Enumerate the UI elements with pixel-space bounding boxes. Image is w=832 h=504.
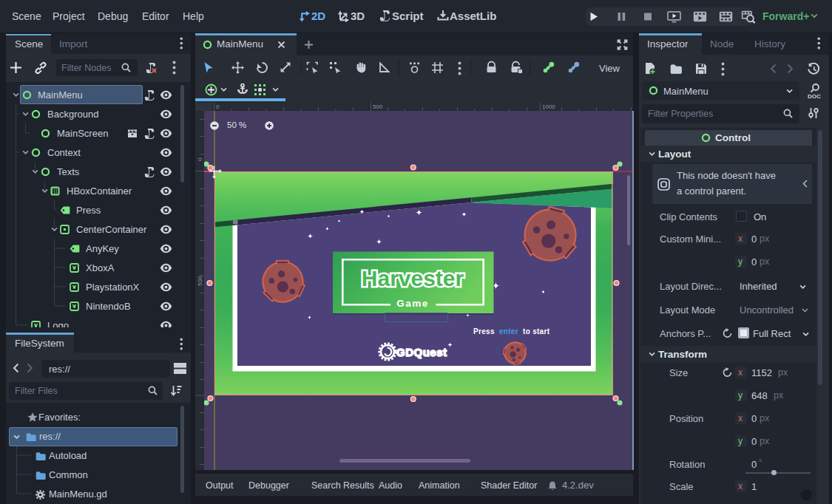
svg-text:500: 500 [373, 103, 383, 110]
svg-text:0: 0 [197, 157, 203, 161]
svg-text:DOC: DOC [808, 93, 821, 100]
svg-text:500: 500 [197, 276, 203, 286]
svg-text:0: 0 [216, 103, 220, 110]
svg-text:1000: 1000 [542, 103, 555, 110]
